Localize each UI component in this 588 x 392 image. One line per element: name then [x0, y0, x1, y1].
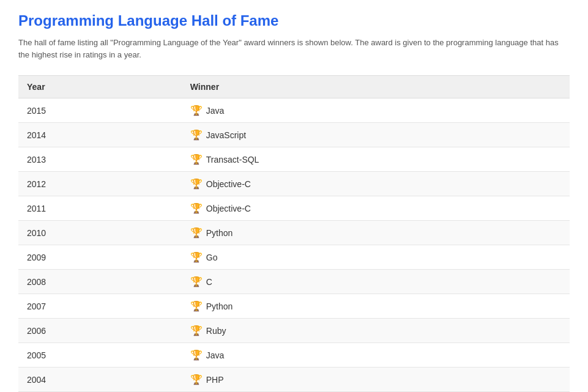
hall-of-fame-table: Year Winner 2015🏆Java2014🏆JavaScript2013…	[18, 75, 570, 392]
year-cell: 2006	[18, 319, 182, 343]
medal-icon: 🏆	[190, 227, 203, 239]
winner-name: Java	[206, 106, 225, 116]
year-cell: 2005	[18, 343, 182, 368]
winner-name: Python	[206, 301, 233, 311]
winner-cell: 🏆JavaScript	[182, 123, 570, 147]
winner-cell: 🏆C	[182, 270, 570, 294]
table-row: 2013🏆Transact-SQL	[18, 147, 570, 172]
winner-cell: 🏆PHP	[182, 368, 570, 392]
winner-cell: 🏆Java	[182, 98, 570, 123]
col-year-header: Year	[18, 76, 182, 98]
year-cell: 2004	[18, 368, 182, 392]
page-title: Programming Language Hall of Fame	[18, 12, 570, 29]
year-cell: 2009	[18, 245, 182, 270]
table-row: 2010🏆Python	[18, 221, 570, 245]
medal-icon: 🏆	[190, 349, 203, 361]
medal-icon: 🏆	[190, 202, 203, 214]
medal-icon: 🏆	[190, 178, 203, 190]
medal-icon: 🏆	[190, 105, 203, 116]
year-cell: 2010	[18, 221, 182, 245]
table-row: 2011🏆Objective-C	[18, 196, 570, 221]
winner-name: Objective-C	[206, 204, 251, 213]
medal-icon: 🏆	[190, 325, 203, 336]
winner-name: JavaScript	[206, 130, 246, 140]
winner-cell: 🏆Java	[182, 343, 570, 368]
winner-name: Transact-SQL	[206, 155, 259, 165]
table-row: 2014🏆JavaScript	[18, 123, 570, 147]
winner-name: PHP	[206, 375, 224, 385]
winner-cell: 🏆Python	[182, 221, 570, 245]
year-cell: 2015	[18, 98, 182, 123]
winner-cell: 🏆Ruby	[182, 319, 570, 343]
winner-cell: 🏆Python	[182, 294, 570, 319]
year-cell: 2008	[18, 270, 182, 294]
winner-name: Objective-C	[206, 179, 251, 189]
winner-cell: 🏆Transact-SQL	[182, 147, 570, 172]
year-cell: 2013	[18, 147, 182, 172]
medal-icon: 🏆	[190, 276, 203, 287]
winner-cell: 🏆Objective-C	[182, 196, 570, 221]
table-row: 2004🏆PHP	[18, 368, 570, 392]
table-row: 2006🏆Ruby	[18, 319, 570, 343]
year-cell: 2012	[18, 172, 182, 196]
table-row: 2007🏆Python	[18, 294, 570, 319]
table-row: 2012🏆Objective-C	[18, 172, 570, 196]
winner-name: Java	[206, 350, 225, 360]
medal-icon: 🏆	[190, 300, 203, 312]
winner-name: Go	[206, 253, 218, 262]
medal-icon: 🏆	[190, 251, 203, 263]
winner-cell: 🏆Go	[182, 245, 570, 270]
year-cell: 2007	[18, 294, 182, 319]
winner-cell: 🏆Objective-C	[182, 172, 570, 196]
year-cell: 2011	[18, 196, 182, 221]
table-row: 2009🏆Go	[18, 245, 570, 270]
winner-name: C	[206, 277, 212, 287]
medal-icon: 🏆	[190, 374, 203, 385]
year-cell: 2014	[18, 123, 182, 147]
winner-name: Python	[206, 228, 233, 238]
table-header-row: Year Winner	[18, 76, 570, 98]
winner-name: Ruby	[206, 326, 226, 336]
table-row: 2015🏆Java	[18, 98, 570, 123]
medal-icon: 🏆	[190, 153, 203, 165]
table-row: 2008🏆C	[18, 270, 570, 294]
table-row: 2005🏆Java	[18, 343, 570, 368]
page-description: The hall of fame listing all "Programmin…	[18, 37, 570, 61]
col-winner-header: Winner	[182, 76, 570, 98]
medal-icon: 🏆	[190, 129, 203, 141]
